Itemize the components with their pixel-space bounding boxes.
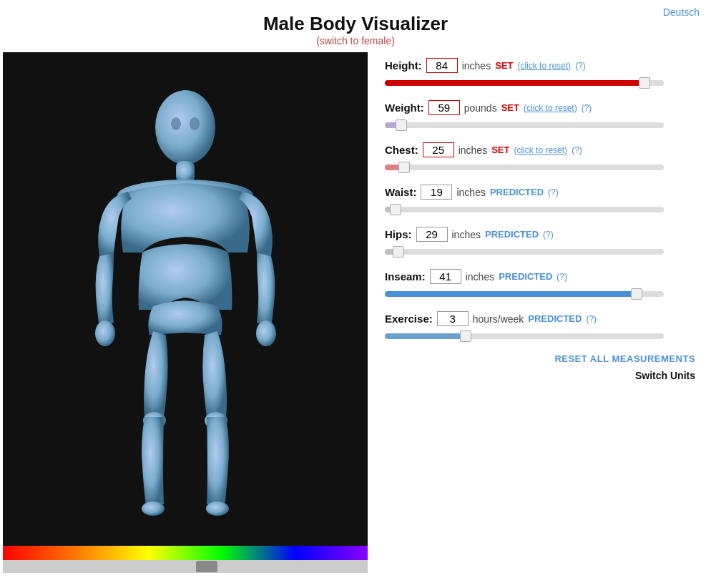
exercise-unit: hours/week — [473, 313, 524, 325]
svg-point-7 — [142, 501, 165, 516]
hips-label: Hips: — [385, 228, 412, 240]
switch-gender-link[interactable]: (switch to female) — [0, 35, 711, 46]
inseam-slider[interactable] — [385, 291, 664, 297]
switch-units-button[interactable]: Switch Units — [635, 370, 695, 381]
height-row: Height: inches SET (click to reset) (?) — [385, 58, 695, 90]
height-label: Height: — [385, 59, 422, 72]
weight-input[interactable] — [428, 100, 460, 115]
svg-point-10 — [190, 117, 200, 130]
hips-input[interactable] — [416, 227, 448, 242]
hips-slider-container — [385, 245, 664, 259]
hips-status: PREDICTED — [485, 229, 539, 240]
bottom-slider-thumb[interactable] — [196, 561, 217, 572]
height-input[interactable] — [426, 58, 458, 73]
height-status: SET — [495, 60, 513, 71]
height-unit: inches — [462, 60, 491, 72]
main-layout: Height: inches SET (click to reset) (?) … — [0, 52, 711, 573]
weight-reset-link[interactable]: (click to reset) — [524, 103, 577, 113]
inseam-slider-container — [385, 287, 664, 301]
svg-point-9 — [171, 117, 181, 130]
waist-input[interactable] — [421, 185, 452, 200]
exercise-input[interactable] — [437, 311, 469, 326]
exercise-label: Exercise: — [385, 313, 433, 325]
waist-slider-container — [385, 202, 664, 217]
chest-label: Chest: — [385, 144, 418, 156]
page-header: Male Body Visualizer (switch to female) — [0, 0, 711, 52]
exercise-slider-container — [385, 329, 664, 343]
inseam-label: Inseam: — [385, 270, 426, 283]
weight-help-link[interactable]: (?) — [582, 103, 592, 113]
bottom-buttons: RESET ALL MEASUREMENTS Switch Units — [385, 353, 695, 381]
weight-row: Weight: pounds SET (click to reset) (?) — [385, 100, 695, 132]
body-canvas — [3, 52, 368, 546]
exercise-slider[interactable] — [385, 333, 664, 339]
waist-unit: inches — [456, 187, 485, 198]
height-help-link[interactable]: (?) — [575, 61, 586, 71]
weight-label: Weight: — [385, 102, 424, 114]
inseam-help-link[interactable]: (?) — [556, 272, 567, 282]
waist-label: Waist: — [385, 186, 416, 198]
waist-slider[interactable] — [385, 207, 664, 212]
weight-unit: pounds — [464, 102, 497, 114]
waist-status: PREDICTED — [490, 187, 544, 197]
waist-help-link[interactable]: (?) — [548, 187, 559, 197]
exercise-status: PREDICTED — [528, 313, 582, 324]
hips-help-link[interactable]: (?) — [543, 230, 554, 240]
inseam-unit: inches — [466, 271, 494, 283]
chest-help-link[interactable]: (?) — [572, 145, 582, 155]
weight-status: SET — [501, 102, 519, 113]
height-reset-link[interactable]: (click to reset) — [517, 61, 571, 71]
page-title: Male Body Visualizer — [0, 13, 711, 35]
exercise-row: Exercise: hours/week PREDICTED (?) — [385, 311, 695, 343]
exercise-help-link[interactable]: (?) — [586, 314, 597, 324]
weight-slider[interactable] — [385, 122, 664, 128]
language-link[interactable]: Deutsch — [663, 6, 700, 18]
body-figure-svg — [3, 52, 368, 546]
chest-row: Chest: inches SET (click to reset) (?) — [385, 142, 695, 175]
svg-point-4 — [256, 320, 276, 346]
chest-slider-container — [385, 160, 664, 175]
weight-slider-container — [385, 118, 664, 132]
right-panel: Height: inches SET (click to reset) (?) … — [368, 52, 708, 573]
left-panel — [3, 52, 368, 573]
height-slider[interactable] — [385, 80, 664, 86]
hips-row: Hips: inches PREDICTED (?) — [385, 227, 695, 259]
chest-reset-link[interactable]: (click to reset) — [514, 145, 567, 155]
svg-point-8 — [206, 501, 229, 516]
inseam-input[interactable] — [430, 269, 461, 284]
svg-point-3 — [95, 320, 115, 346]
chest-input[interactable] — [423, 142, 454, 157]
hips-slider[interactable] — [385, 249, 664, 255]
chest-unit: inches — [459, 144, 487, 156]
inseam-row: Inseam: inches PREDICTED (?) — [385, 269, 695, 301]
reset-all-button[interactable]: RESET ALL MEASUREMENTS — [554, 353, 695, 364]
svg-rect-1 — [176, 161, 195, 182]
height-slider-container — [385, 76, 664, 90]
chest-slider[interactable] — [385, 165, 664, 170]
svg-point-0 — [155, 90, 215, 165]
chest-status: SET — [491, 144, 509, 155]
inseam-status: PREDICTED — [499, 271, 552, 282]
waist-row: Waist: inches PREDICTED (?) — [385, 185, 695, 217]
hips-unit: inches — [452, 229, 481, 240]
bottom-slider[interactable] — [3, 560, 368, 573]
color-bar — [3, 546, 368, 560]
